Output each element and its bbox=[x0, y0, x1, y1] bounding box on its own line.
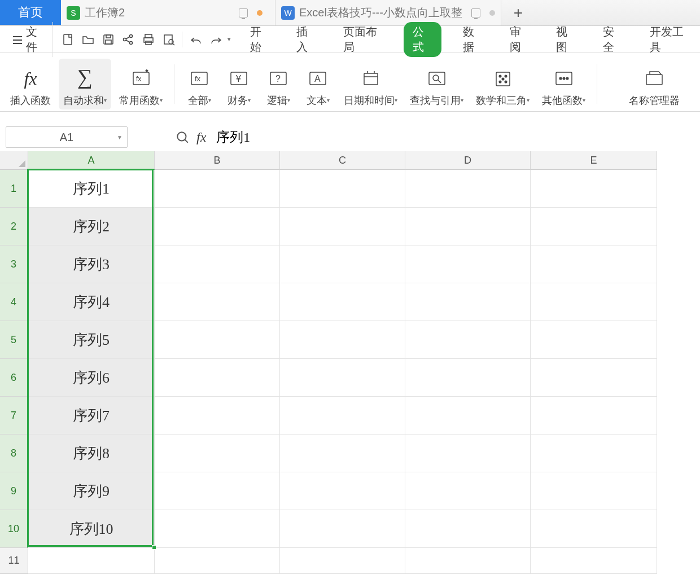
column-header-B[interactable]: B bbox=[155, 151, 280, 170]
row-header-1[interactable]: 1 bbox=[0, 170, 28, 208]
cell-D10[interactable] bbox=[405, 510, 531, 548]
menu-security[interactable]: 安全 bbox=[597, 22, 628, 57]
menu-dev[interactable]: 开发工具 bbox=[644, 22, 694, 57]
cell-A7[interactable]: 序列7 bbox=[28, 397, 155, 435]
datetime-functions-button[interactable]: 日期和时间▾ bbox=[339, 59, 402, 109]
cell-D2[interactable] bbox=[405, 208, 531, 245]
expand-icon[interactable] bbox=[175, 130, 190, 144]
cell-C11[interactable] bbox=[280, 548, 405, 574]
finance-functions-button[interactable]: ¥ 财务▾ bbox=[221, 59, 257, 109]
cell-D8[interactable] bbox=[405, 435, 531, 472]
cell-A6[interactable]: 序列6 bbox=[28, 359, 155, 397]
cell-E1[interactable] bbox=[531, 170, 657, 208]
cell-A11[interactable] bbox=[28, 548, 155, 574]
other-functions-button[interactable]: 其他函数▾ bbox=[537, 59, 590, 109]
column-header-D[interactable]: D bbox=[405, 151, 531, 170]
cell-B4[interactable] bbox=[155, 283, 280, 321]
cell-E2[interactable] bbox=[531, 208, 657, 245]
cell-C9[interactable] bbox=[280, 472, 405, 510]
cell-D1[interactable] bbox=[405, 170, 531, 208]
cell-C8[interactable] bbox=[280, 435, 405, 472]
cell-E5[interactable] bbox=[531, 321, 657, 359]
common-functions-button[interactable]: fx 常用函数▾ bbox=[115, 59, 167, 109]
cell-C5[interactable] bbox=[280, 321, 405, 359]
cell-C7[interactable] bbox=[280, 397, 405, 435]
fx-icon[interactable]: fx bbox=[196, 130, 206, 145]
toolbar-more-dropdown[interactable]: ▼ bbox=[226, 36, 232, 42]
cell-D6[interactable] bbox=[405, 359, 531, 397]
row-header-8[interactable]: 8 bbox=[0, 435, 28, 472]
row-header-3[interactable]: 3 bbox=[0, 245, 28, 283]
cell-E11[interactable] bbox=[531, 548, 657, 574]
menu-formula[interactable]: 公式 bbox=[404, 22, 441, 57]
cell-C4[interactable] bbox=[280, 283, 405, 321]
cell-B2[interactable] bbox=[155, 208, 280, 245]
row-header-6[interactable]: 6 bbox=[0, 359, 28, 397]
save-button[interactable] bbox=[99, 30, 117, 49]
menu-review[interactable]: 审阅 bbox=[504, 22, 535, 57]
cell-A2[interactable]: 序列2 bbox=[28, 208, 155, 245]
name-manager-button[interactable]: 名称管理器 bbox=[624, 59, 684, 109]
cell-A1[interactable]: 序列1 bbox=[28, 170, 155, 208]
name-box[interactable]: A1 ▼ bbox=[6, 126, 128, 148]
menu-start[interactable]: 开始 bbox=[244, 22, 275, 57]
cell-D5[interactable] bbox=[405, 321, 531, 359]
cell-B6[interactable] bbox=[155, 359, 280, 397]
cell-E10[interactable] bbox=[531, 510, 657, 548]
cell-B9[interactable] bbox=[155, 472, 280, 510]
share-button[interactable] bbox=[119, 30, 137, 49]
undo-button[interactable] bbox=[187, 30, 205, 49]
cell-A4[interactable]: 序列4 bbox=[28, 283, 155, 321]
open-file-button[interactable] bbox=[79, 30, 97, 49]
file-menu[interactable]: 文件 bbox=[6, 22, 53, 57]
cell-B7[interactable] bbox=[155, 397, 280, 435]
cell-C1[interactable] bbox=[280, 170, 405, 208]
cell-E4[interactable] bbox=[531, 283, 657, 321]
math-functions-button[interactable]: 数学和三角▾ bbox=[471, 59, 534, 109]
text-functions-button[interactable]: A 文本▾ bbox=[300, 59, 336, 109]
autosum-button[interactable]: ∑ 自动求和▾ bbox=[59, 59, 111, 109]
cell-E6[interactable] bbox=[531, 359, 657, 397]
print-button[interactable] bbox=[139, 30, 158, 49]
cell-E7[interactable] bbox=[531, 397, 657, 435]
formula-input[interactable] bbox=[213, 126, 694, 148]
redo-button[interactable] bbox=[207, 30, 225, 49]
tab-home[interactable]: 首页 bbox=[0, 0, 61, 25]
cell-D7[interactable] bbox=[405, 397, 531, 435]
cell-E8[interactable] bbox=[531, 435, 657, 472]
column-header-E[interactable]: E bbox=[531, 151, 657, 170]
fill-handle[interactable] bbox=[152, 545, 156, 550]
cell-B11[interactable] bbox=[155, 548, 280, 574]
print-preview-button[interactable] bbox=[160, 30, 178, 49]
row-header-9[interactable]: 9 bbox=[0, 472, 28, 510]
cell-B8[interactable] bbox=[155, 435, 280, 472]
column-header-A[interactable]: A bbox=[28, 151, 155, 170]
all-functions-button[interactable]: fx 全部▾ bbox=[181, 59, 217, 109]
cells-area[interactable]: 序列1序列2序列3序列4序列5序列6序列7序列8序列9序列10 bbox=[28, 170, 657, 574]
row-header-2[interactable]: 2 bbox=[0, 208, 28, 245]
lookup-functions-button[interactable]: 查找与引用▾ bbox=[405, 59, 468, 109]
cell-C2[interactable] bbox=[280, 208, 405, 245]
cell-A9[interactable]: 序列9 bbox=[28, 472, 155, 510]
cell-B10[interactable] bbox=[155, 510, 280, 548]
cell-E3[interactable] bbox=[531, 245, 657, 283]
cell-B5[interactable] bbox=[155, 321, 280, 359]
select-all-corner[interactable] bbox=[0, 151, 28, 170]
cell-A3[interactable]: 序列3 bbox=[28, 245, 155, 283]
cell-A8[interactable]: 序列8 bbox=[28, 435, 155, 472]
menu-data[interactable]: 数据 bbox=[457, 22, 488, 57]
cell-C10[interactable] bbox=[280, 510, 405, 548]
column-header-C[interactable]: C bbox=[280, 151, 405, 170]
cell-C3[interactable] bbox=[280, 245, 405, 283]
tab-workbook[interactable]: S 工作簿2 bbox=[61, 0, 275, 25]
menu-view[interactable]: 视图 bbox=[550, 22, 581, 57]
row-header-5[interactable]: 5 bbox=[0, 321, 28, 359]
menu-insert[interactable]: 插入 bbox=[291, 22, 322, 57]
cell-C6[interactable] bbox=[280, 359, 405, 397]
insert-function-button[interactable]: fx 插入函数 bbox=[6, 59, 55, 109]
row-header-11[interactable]: 11 bbox=[0, 548, 28, 574]
row-header-7[interactable]: 7 bbox=[0, 397, 28, 435]
cell-B3[interactable] bbox=[155, 245, 280, 283]
cell-A5[interactable]: 序列5 bbox=[28, 321, 155, 359]
logic-functions-button[interactable]: ? 逻辑▾ bbox=[260, 59, 296, 109]
